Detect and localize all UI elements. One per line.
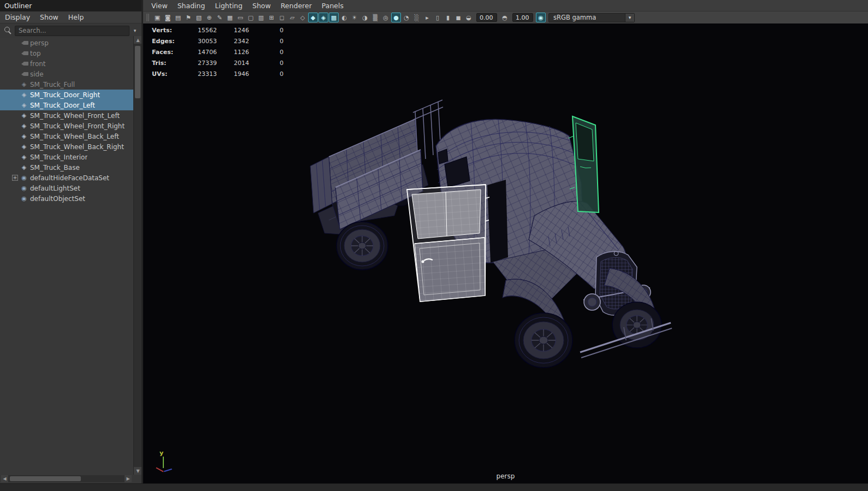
outliner-vertical-scrollbar[interactable]: ▲ ▼ (133, 36, 141, 475)
motion-blur-icon[interactable]: ◔ (401, 13, 411, 22)
scroll-down-icon[interactable]: ▼ (134, 467, 142, 475)
exposure-input[interactable]: 0.00 (476, 13, 497, 22)
expand-toggle[interactable] (12, 113, 18, 119)
select-tool-icon[interactable]: ▸ (422, 13, 432, 22)
outliner-item-sm-truck-door-right[interactable]: SM_Truck_Door_Right (0, 90, 133, 100)
expand-toggle[interactable] (12, 185, 18, 191)
wireframe-icon[interactable]: ◇ (298, 13, 308, 22)
expand-toggle[interactable] (12, 102, 18, 108)
search-input[interactable] (15, 26, 129, 36)
horizontal-scrollbar-thumb[interactable] (10, 476, 81, 481)
select-camera-icon[interactable]: ▣ (152, 13, 162, 22)
expand-toggle[interactable] (12, 71, 18, 77)
outliner-item-sm-truck-wheel-back-left[interactable]: SM_Truck_Wheel_Back_Left (0, 131, 133, 141)
expand-toggle[interactable] (12, 123, 18, 129)
outliner-item-persp[interactable]: persp (0, 38, 133, 48)
expand-toggle[interactable] (12, 164, 18, 170)
lock-camera-icon[interactable]: ◙ (163, 13, 173, 22)
scroll-up-icon[interactable]: ▲ (134, 36, 142, 44)
view-transform-select[interactable]: sRGB gamma ▾ (548, 13, 635, 22)
outliner-menu-help[interactable]: Help (63, 11, 89, 23)
viewport-canvas[interactable]: Verts: 15562 1246 0 Edges: 30053 2342 0 … (143, 23, 868, 483)
viewport-menu-show[interactable]: Show (247, 0, 276, 11)
outliner-item-sm-truck-interior[interactable]: SM_Truck_Interior (0, 152, 133, 162)
isolate-select-icon[interactable]: ◼ (453, 13, 463, 22)
viewport-menu-view[interactable]: View (146, 0, 173, 11)
outliner-item-sm-truck-wheel-front-right[interactable]: SM_Truck_Wheel_Front_Right (0, 121, 133, 131)
outliner-item-defaulthidefacedataset[interactable]: + defaultHideFaceDataSet (0, 173, 133, 183)
resolution-gate-icon[interactable]: ▢ (246, 13, 256, 22)
hud-row-label: Verts: (152, 27, 198, 34)
hud-total-value: 15562 (198, 27, 234, 34)
expand-toggle[interactable] (12, 61, 18, 67)
field-chart-icon[interactable]: ⊞ (267, 13, 276, 22)
expand-toggle[interactable]: + (12, 175, 18, 181)
safe-title-icon[interactable]: ▱ (287, 13, 297, 22)
search-icon[interactable] (4, 27, 12, 34)
outliner-item-sm-truck-wheel-front-left[interactable]: SM_Truck_Wheel_Front_Left (0, 110, 133, 121)
truck-wheel-front-right[interactable] (612, 302, 662, 348)
color-management-icon[interactable]: ◉ (536, 13, 546, 22)
grease-pencil-icon[interactable]: ✎ (215, 13, 225, 22)
scroll-right-icon[interactable]: ▶ (125, 475, 132, 482)
multisample-icon[interactable]: ░ (412, 13, 422, 22)
outliner-menu-show[interactable]: Show (35, 11, 63, 23)
safe-action-icon[interactable]: ◻ (277, 13, 287, 22)
wireframe-truck-model[interactable] (143, 23, 868, 483)
expand-toggle[interactable] (12, 40, 18, 46)
outliner-item-sm-truck-base[interactable]: SM_Truck_Base (0, 162, 133, 173)
outliner-item-sm-truck-wheel-back-right[interactable]: SM_Truck_Wheel_Back_Right (0, 141, 133, 152)
expand-toggle[interactable] (12, 144, 18, 150)
camera-attributes-icon[interactable]: ▤ (173, 13, 183, 22)
truck-wheel-back-left[interactable] (336, 222, 388, 270)
outliner-item-top[interactable]: top (0, 48, 133, 58)
outliner-item-sm-truck-full[interactable]: SM_Truck_Full (0, 79, 133, 90)
expand-toggle[interactable] (12, 133, 18, 139)
expand-toggle[interactable] (12, 154, 18, 160)
gamma-input[interactable]: 1.00 (512, 13, 533, 22)
gate-mask-icon[interactable]: ▥ (256, 13, 266, 22)
xray-active-components-icon[interactable]: ◎ (381, 13, 391, 22)
outliner-menu-display[interactable]: Display (0, 11, 35, 23)
grid-icon[interactable]: ▦ (225, 13, 235, 22)
viewport-menu-panels[interactable]: Panels (317, 0, 349, 11)
outliner-horizontal-scrollbar[interactable]: ◀ ▶ (1, 475, 132, 482)
smooth-shade-icon[interactable]: ◆ (308, 13, 318, 22)
vertical-scrollbar-thumb[interactable] (135, 46, 140, 98)
outliner-item-label: persp (30, 39, 49, 47)
mesh-icon (20, 122, 28, 130)
xray-icon[interactable]: ▒ (370, 13, 380, 22)
hud-row-tris: Tris: 27339 2014 0 (152, 57, 312, 68)
expand-toggle[interactable] (12, 50, 18, 56)
paste-view-icon[interactable]: ▮ (443, 13, 453, 22)
expand-toggle[interactable] (12, 196, 18, 202)
shadows-icon[interactable]: ◑ (360, 13, 370, 22)
expand-toggle[interactable] (12, 81, 18, 87)
copy-view-icon[interactable]: ▯ (433, 13, 442, 22)
gamma-icon[interactable]: ◓ (500, 13, 510, 22)
outliner-item-side[interactable]: side (0, 69, 133, 79)
viewport-menu-renderer[interactable]: Renderer (276, 0, 317, 11)
outliner-item-front[interactable]: front (0, 58, 133, 69)
occlusion-icon[interactable]: ● (391, 13, 401, 22)
outliner-item-defaultlightset[interactable]: defaultLightSet (0, 183, 133, 193)
textured-icon[interactable]: ▩ (329, 13, 339, 22)
two-d-pan-zoom-icon[interactable]: ⊕ (204, 13, 214, 22)
truck-wheel-front-left[interactable] (515, 313, 572, 368)
lighting-all-icon[interactable]: ☀ (350, 13, 359, 22)
image-plane-icon[interactable]: ▧ (194, 13, 204, 22)
truck-door-left-selected[interactable] (407, 185, 489, 301)
outliner-item-defaultobjectset[interactable]: defaultObjectSet (0, 193, 133, 204)
outliner-item-sm-truck-door-left[interactable]: SM_Truck_Door_Left (0, 100, 133, 110)
viewport-menu-shading[interactable]: Shading (173, 0, 210, 11)
use-default-material-icon[interactable]: ◐ (339, 13, 349, 22)
expand-toggle[interactable] (12, 92, 18, 98)
film-gate-icon[interactable]: ▭ (235, 13, 245, 22)
outliner-tree: persp top front side (0, 38, 133, 475)
search-options-chevron-icon[interactable]: ▾ (131, 28, 139, 33)
bookmarks-icon[interactable]: ⚑ (184, 13, 193, 22)
wireframe-on-shaded-icon[interactable]: ◈ (318, 13, 328, 22)
scroll-left-icon[interactable]: ◀ (1, 475, 8, 482)
exposure-icon[interactable]: ◒ (464, 13, 474, 22)
viewport-menu-lighting[interactable]: Lighting (210, 0, 247, 11)
